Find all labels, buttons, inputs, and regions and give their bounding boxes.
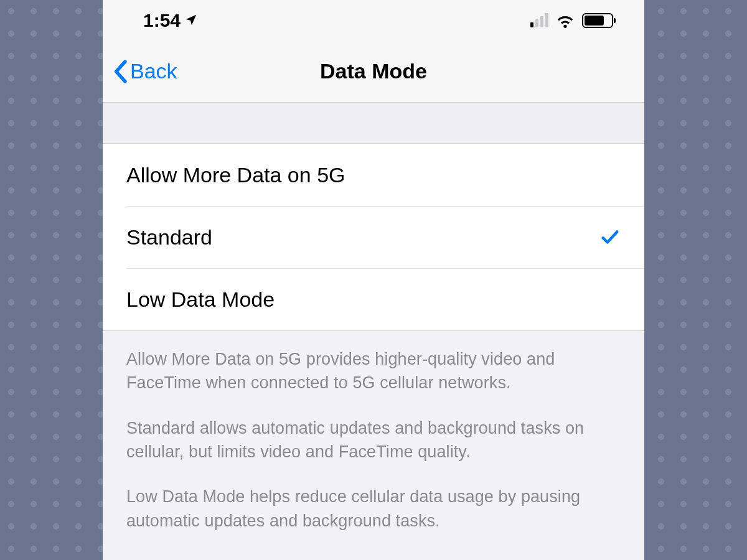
status-bar: 1:54 bbox=[103, 0, 644, 40]
option-standard[interactable]: Standard bbox=[103, 206, 644, 268]
phone-screen: 1:54 Back Data Mode bbox=[103, 0, 644, 560]
section-footer-text: Allow More Data on 5G provides higher-qu… bbox=[103, 331, 644, 554]
nav-bar: Back Data Mode bbox=[103, 40, 644, 103]
footer-paragraph: Low Data Mode helps reduce cellular data… bbox=[126, 485, 621, 533]
option-low-data-mode[interactable]: Low Data Mode bbox=[103, 268, 644, 330]
cellular-signal-icon bbox=[530, 13, 548, 27]
back-label: Back bbox=[130, 59, 177, 83]
option-label: Low Data Mode bbox=[126, 287, 275, 312]
option-label: Allow More Data on 5G bbox=[126, 163, 345, 187]
back-button[interactable]: Back bbox=[113, 59, 177, 83]
section-spacer bbox=[103, 103, 644, 143]
status-right bbox=[530, 12, 613, 29]
footer-paragraph: Standard allows automatic updates and ba… bbox=[126, 416, 621, 464]
status-left: 1:54 bbox=[143, 10, 198, 31]
option-label: Standard bbox=[126, 225, 212, 250]
chevron-left-icon bbox=[113, 60, 128, 83]
page-title: Data Mode bbox=[103, 59, 644, 83]
battery-icon bbox=[582, 13, 613, 28]
location-arrow-icon bbox=[184, 10, 198, 31]
wifi-icon bbox=[555, 12, 576, 29]
footer-paragraph: Allow More Data on 5G provides higher-qu… bbox=[126, 347, 621, 395]
status-time: 1:54 bbox=[143, 10, 181, 31]
checkmark-icon bbox=[599, 226, 621, 248]
data-mode-options-list: Allow More Data on 5G Standard Low Data … bbox=[103, 143, 644, 331]
option-allow-more-data-5g[interactable]: Allow More Data on 5G bbox=[103, 144, 644, 206]
